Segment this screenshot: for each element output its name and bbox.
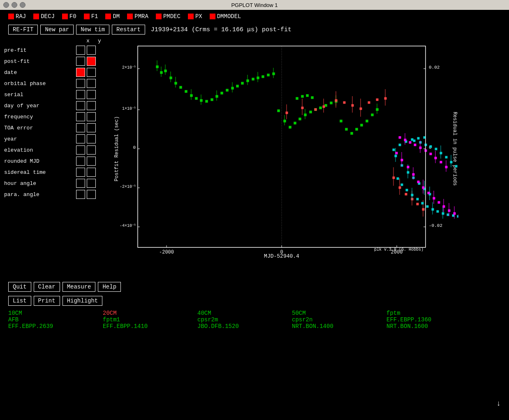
checkbox-x-9[interactable] bbox=[76, 145, 85, 155]
legend-row: 10CM AFB EFF.EBPP.2639 20CM fptm1 EFF.EB… bbox=[0, 307, 509, 331]
row-name-3: orbital phase bbox=[4, 81, 76, 87]
svg-text:Residual in pulse periods: Residual in pulse periods bbox=[452, 112, 458, 186]
checkbox-y-3[interactable] bbox=[87, 79, 96, 88]
row-name-12: hour angle bbox=[4, 180, 76, 187]
checkbox-x-1[interactable] bbox=[76, 57, 85, 66]
checkbox-y-7[interactable] bbox=[87, 123, 96, 132]
checkbox-y-11[interactable] bbox=[87, 168, 96, 177]
print-button[interactable]: Print bbox=[34, 296, 60, 306]
checkbox-y-10[interactable] bbox=[87, 157, 96, 166]
titlebar: PGPLOT Window 1 bbox=[0, 0, 509, 10]
row-name-8: year bbox=[4, 136, 76, 142]
checkbox-x-4[interactable] bbox=[76, 90, 85, 99]
quit-button[interactable]: Quit bbox=[8, 282, 31, 292]
checkbox-x-11[interactable] bbox=[76, 168, 85, 177]
checkbox-x-10[interactable] bbox=[76, 157, 85, 166]
param-item-decj[interactable]: DECJ bbox=[33, 13, 55, 20]
highlight-button[interactable]: Highlight bbox=[62, 296, 103, 306]
clear-button[interactable]: Clear bbox=[34, 282, 60, 292]
checkbox-y-13[interactable] bbox=[87, 190, 96, 199]
legend-eff2639: EFF.EBPP.2639 bbox=[8, 323, 103, 330]
checkbox-x-13[interactable] bbox=[76, 190, 85, 199]
svg-rect-45 bbox=[206, 100, 208, 102]
checkbox-y-5[interactable] bbox=[87, 101, 96, 110]
checkbox-x-3[interactable] bbox=[76, 79, 85, 88]
svg-rect-173 bbox=[428, 192, 430, 194]
svg-rect-91 bbox=[311, 97, 313, 99]
maximize-icon[interactable] bbox=[20, 2, 25, 8]
param-item-pmra[interactable]: PMRA bbox=[127, 13, 148, 20]
svg-rect-138 bbox=[401, 184, 403, 186]
svg-rect-132 bbox=[399, 144, 401, 146]
row-item-6: frequency bbox=[4, 111, 109, 122]
checkbox-x-12[interactable] bbox=[76, 179, 85, 188]
svg-rect-64 bbox=[278, 110, 280, 112]
svg-text:Postfit Residual (sec): Postfit Residual (sec) bbox=[114, 116, 120, 181]
svg-text:0.02: 0.02 bbox=[429, 65, 440, 70]
row-name-13: para. angle bbox=[4, 192, 76, 198]
checkbox-y-9[interactable] bbox=[87, 145, 96, 155]
checkbox-x-2[interactable] bbox=[76, 68, 85, 77]
x-axis-col-label: x bbox=[82, 38, 94, 44]
checkbox-group-11 bbox=[76, 168, 96, 177]
close-icon[interactable] bbox=[3, 2, 9, 8]
param-item-dm[interactable]: DM bbox=[105, 13, 120, 20]
row-item-3: orbital phase bbox=[4, 78, 109, 89]
checkbox-x-7[interactable] bbox=[76, 123, 85, 132]
svg-rect-143 bbox=[421, 202, 423, 204]
legend-cpsr2m: cpsr2m bbox=[197, 316, 292, 323]
legend-col-2: 20CM fptm1 EFF.EBPP.1410 bbox=[103, 310, 197, 330]
bottom-buttons-row1: QuitClearMeasureHelp bbox=[0, 279, 509, 295]
list-button[interactable]: List bbox=[8, 296, 31, 306]
svg-rect-101 bbox=[343, 102, 345, 104]
legend-nrt1600: NRT.BON.1600 bbox=[386, 323, 481, 330]
checkbox-y-4[interactable] bbox=[87, 90, 96, 99]
svg-rect-117 bbox=[416, 203, 419, 205]
checkbox-y-8[interactable] bbox=[87, 134, 96, 143]
legend-50cm: 50CM bbox=[292, 310, 386, 316]
param-label-dm: DM bbox=[113, 13, 120, 20]
param-label-f0: F0 bbox=[69, 13, 76, 20]
minimize-icon[interactable] bbox=[12, 2, 17, 8]
row-name-2: date bbox=[4, 69, 76, 76]
newtim-button[interactable]: New tim bbox=[76, 25, 109, 35]
svg-rect-142 bbox=[416, 198, 419, 200]
svg-rect-114 bbox=[405, 193, 407, 195]
svg-rect-54 bbox=[241, 82, 243, 84]
checkbox-group-4 bbox=[76, 90, 96, 99]
checkbox-y-0[interactable] bbox=[87, 46, 96, 55]
svg-rect-89 bbox=[301, 95, 303, 97]
svg-rect-137 bbox=[397, 178, 399, 180]
param-item-raj[interactable]: RAJ bbox=[8, 13, 26, 20]
param-item-f0[interactable]: F0 bbox=[62, 13, 76, 20]
param-item-px[interactable]: PX bbox=[188, 13, 202, 20]
svg-rect-79 bbox=[340, 120, 342, 122]
newpar-button[interactable]: New par bbox=[40, 25, 74, 35]
legend-eff1360: EFF.EBPP.1360 bbox=[386, 316, 481, 323]
param-item-pmdec[interactable]: PMDEC bbox=[156, 13, 180, 20]
checkbox-y-12[interactable] bbox=[87, 179, 96, 188]
checkbox-x-6[interactable] bbox=[76, 112, 85, 121]
checkbox-group-13 bbox=[76, 190, 96, 199]
checkbox-y-1[interactable] bbox=[87, 57, 96, 66]
checkbox-y-2[interactable] bbox=[87, 68, 96, 77]
help-button[interactable]: Help bbox=[98, 282, 121, 292]
row-name-11: sidereal time bbox=[4, 169, 76, 175]
checkbox-group-7 bbox=[76, 123, 96, 132]
param-item-f1[interactable]: F1 bbox=[84, 13, 98, 20]
refit-button[interactable]: RE-FIT bbox=[8, 25, 38, 35]
svg-rect-72 bbox=[310, 111, 312, 113]
checkbox-x-0[interactable] bbox=[76, 46, 85, 55]
row-name-4: serial bbox=[4, 92, 76, 98]
measure-button[interactable]: Measure bbox=[62, 282, 96, 292]
svg-rect-160 bbox=[445, 156, 447, 158]
restart-button[interactable]: Restart bbox=[112, 25, 145, 35]
checkbox-y-6[interactable] bbox=[87, 112, 96, 121]
param-item-dmmodel[interactable]: DMMODEL bbox=[210, 13, 241, 20]
checkbox-x-8[interactable] bbox=[76, 134, 85, 143]
row-name-1: post-fit bbox=[4, 58, 76, 65]
svg-rect-163 bbox=[455, 165, 457, 167]
svg-text:0: 0 bbox=[133, 145, 136, 150]
checkbox-x-5[interactable] bbox=[76, 101, 85, 110]
svg-rect-134 bbox=[411, 138, 413, 141]
